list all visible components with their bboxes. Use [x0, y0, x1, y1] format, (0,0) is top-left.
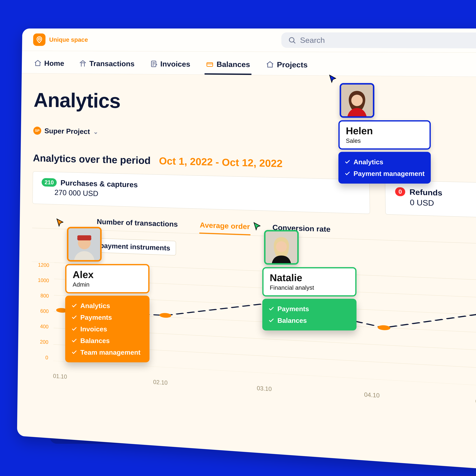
svg-point-23 — [276, 241, 287, 252]
home-icon — [34, 59, 42, 67]
check-icon — [71, 303, 77, 308]
svg-point-0 — [38, 38, 40, 40]
project-name: Super Project — [44, 127, 90, 136]
svg-point-14 — [378, 325, 390, 330]
persona-name: Alex — [73, 269, 142, 280]
persona-permissions: Payments Balances — [262, 299, 357, 330]
persona-permissions: Analytics Payments Invoices Balances Tea… — [65, 296, 150, 362]
check-icon — [71, 338, 77, 343]
transactions-icon — [79, 60, 87, 67]
chevron-down-icon: ⌄ — [93, 128, 98, 135]
tab-label: Transactions — [89, 59, 135, 68]
kpi-badge: 210 — [42, 178, 57, 187]
persona-card: Helen Sales — [339, 120, 431, 150]
tab-label: Invoices — [160, 60, 190, 68]
chart-y-axis: 1200 1000 800 600 400 200 0 — [31, 262, 51, 361]
avatar — [340, 83, 374, 118]
persona-role: Sales — [346, 137, 423, 144]
subtab-avg-order[interactable]: Average order — [199, 218, 250, 235]
search-icon — [288, 36, 296, 44]
persona-role: Admin — [73, 281, 142, 288]
persona-name: Natalie — [270, 272, 349, 284]
persona-helen: Helen Sales Analytics Payment management — [340, 83, 431, 184]
tab-balances[interactable]: Balances — [204, 57, 251, 75]
topbar: Unique space Search — [22, 29, 476, 53]
kpi-name: Purchases & captures — [61, 178, 138, 189]
kpi-badge: 0 — [395, 187, 405, 196]
persona-name: Helen — [346, 125, 423, 136]
kpi-name: Refunds — [409, 187, 442, 197]
main-tabs: Home Transactions Invoices Balances Proj… — [22, 51, 476, 77]
check-icon — [345, 171, 350, 176]
brand-name: Unique space — [49, 36, 88, 43]
projects-icon — [266, 61, 274, 68]
period-prefix: Analytics over the period — [33, 152, 151, 166]
invoices-icon — [150, 60, 157, 68]
tab-projects[interactable]: Projects — [265, 57, 309, 75]
search-placeholder: Search — [300, 36, 325, 45]
check-icon — [71, 326, 77, 332]
persona-role: Financial analyst — [270, 284, 349, 291]
check-icon — [269, 318, 274, 323]
kpi-value: 0 USD — [410, 198, 476, 209]
cursor-icon — [328, 74, 337, 83]
tab-transactions[interactable]: Transactions — [78, 57, 136, 74]
check-icon — [71, 349, 77, 355]
kpi-card-refunds[interactable]: 0 Refunds 0 USD — [385, 180, 476, 218]
svg-point-1 — [289, 37, 294, 42]
svg-point-12 — [160, 313, 171, 318]
persona-natalie: Natalie Financial analyst Payments Balan… — [264, 230, 357, 330]
balances-icon — [206, 60, 214, 68]
project-badge: SP — [33, 127, 41, 135]
tab-label: Projects — [277, 60, 308, 69]
check-icon — [71, 314, 77, 320]
svg-rect-21 — [77, 235, 91, 238]
avatar — [67, 227, 102, 262]
svg-point-17 — [351, 95, 363, 106]
cursor-icon — [253, 222, 262, 231]
brand[interactable]: Unique space — [33, 33, 88, 46]
check-icon — [345, 159, 350, 165]
tab-label: Home — [44, 59, 64, 68]
persona-alex: Alex Admin Analytics Payments Invoices B… — [67, 227, 150, 362]
cursor-icon — [56, 218, 65, 227]
period-range: Oct 1, 2022 - Oct 12, 2022 — [159, 155, 283, 169]
kpi-card-purchases[interactable]: 210 Purchases & captures 270 000 USD — [32, 171, 370, 214]
avatar — [264, 230, 299, 265]
tab-invoices[interactable]: Invoices — [149, 57, 191, 74]
tab-home[interactable]: Home — [33, 56, 66, 73]
persona-card: Alex Admin — [65, 264, 150, 293]
persona-card: Natalie Financial analyst — [262, 267, 357, 296]
tab-label: Balances — [217, 60, 250, 69]
brand-logo-icon — [33, 33, 46, 46]
persona-permissions: Analytics Payment management — [339, 152, 431, 184]
search-input[interactable]: Search — [281, 32, 476, 48]
svg-rect-3 — [207, 63, 213, 66]
check-icon — [269, 306, 274, 312]
